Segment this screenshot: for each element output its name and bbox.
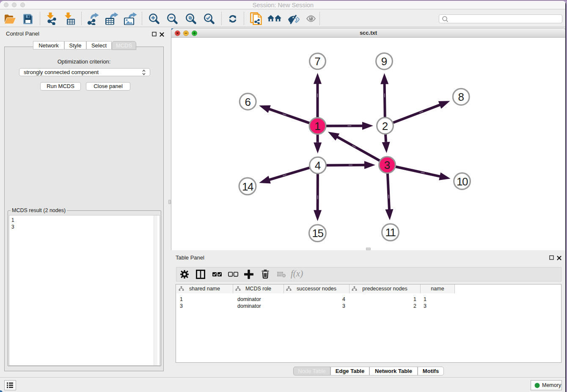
svg-text:6: 6 bbox=[245, 96, 250, 108]
svg-text:3: 3 bbox=[384, 159, 390, 171]
svg-text:10: 10 bbox=[457, 175, 468, 188]
svg-text:11: 11 bbox=[385, 226, 396, 239]
svg-text:15: 15 bbox=[312, 227, 323, 240]
svg-text:14: 14 bbox=[242, 180, 253, 193]
svg-text:8: 8 bbox=[458, 91, 464, 103]
svg-text:9: 9 bbox=[381, 55, 387, 68]
svg-text:4: 4 bbox=[315, 159, 321, 172]
svg-text:1: 1 bbox=[314, 120, 320, 133]
svg-text:7: 7 bbox=[314, 55, 320, 68]
svg-text:2: 2 bbox=[382, 120, 388, 133]
